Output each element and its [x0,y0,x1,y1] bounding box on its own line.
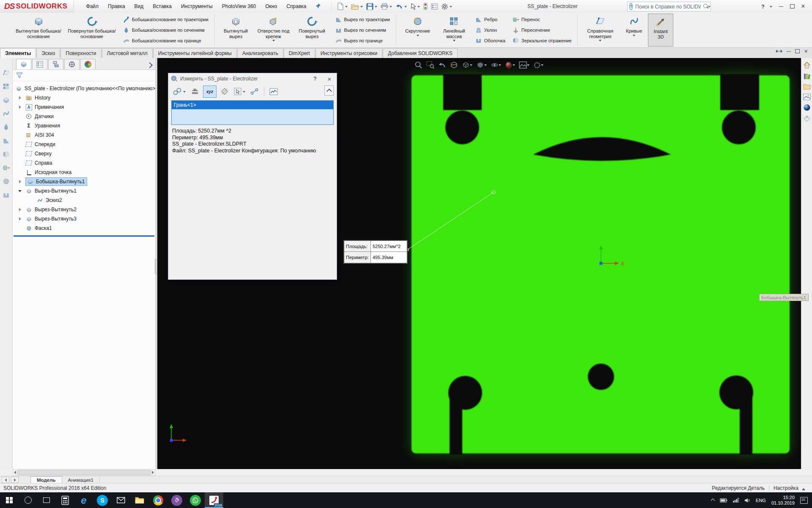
tab-dimxpert[interactable]: DimXpert [284,48,315,58]
left-tool-fillet-icon[interactable] [2,177,10,185]
save-dropdown-icon[interactable] [375,6,377,9]
skype-app-icon[interactable]: S [93,492,112,508]
left-tool-mirror-icon[interactable] [2,150,10,158]
cascade-windows-icon[interactable] [776,49,782,54]
volume-icon[interactable] [744,498,750,503]
new-document-button[interactable] [336,2,349,11]
search-taskbar-icon[interactable] [19,492,37,508]
doc-close-icon[interactable]: × [804,49,808,54]
tab-sketch[interactable]: Эскиз [36,48,60,58]
edit-appearance-button[interactable] [505,61,515,69]
chrome-app-icon[interactable] [149,492,167,508]
menu-window[interactable]: Окно [261,0,282,13]
selection-item[interactable]: Грань<1> [172,101,333,109]
tab-evaluate[interactable]: Анализировать [237,48,283,58]
panel-flyout-arrow-icon[interactable] [147,62,153,68]
hole-wizard-button[interactable]: Отверстие под крепеж [255,14,293,47]
extruded-cut-button[interactable]: Вытянутый вырез [217,14,255,47]
property-manager-tab[interactable] [32,59,47,69]
arc-circle-measure-button[interactable] [171,86,187,98]
scroll-left-icon[interactable] [14,471,16,474]
tree-item-cut-extrude2[interactable]: Вырез-Вытянуть2 [13,205,155,214]
tree-item-origin[interactable]: Исходная точка [13,168,155,177]
save-button[interactable] [365,2,379,11]
rib-button[interactable]: Ребро [473,14,507,25]
tab-scroll-left-button[interactable] [2,477,9,483]
curves-dropdown-icon[interactable] [633,35,635,38]
menu-photoview[interactable]: PhotoView 360 [217,0,261,13]
help-button[interactable]: ? [757,2,768,11]
hidden-icons-chevron-icon[interactable] [711,499,715,503]
left-tool-shell-icon[interactable] [2,191,10,199]
taskbar-clock[interactable]: 15:20 01.10.2019 [771,495,795,506]
expand-arrow-icon[interactable] [18,208,22,211]
print-button[interactable] [379,2,393,11]
select-button[interactable] [409,2,421,11]
design-library-icon[interactable] [803,72,811,80]
linear-pattern-dropdown-icon[interactable] [453,40,455,43]
scroll-right-icon[interactable] [152,471,154,474]
point-to-point-button[interactable] [248,86,261,98]
featuremanager-tree-tab[interactable] [16,59,31,69]
model-tab[interactable]: Модель [30,476,62,483]
dialog-collapse-button[interactable] [324,86,334,96]
file-explorer-taskbar-icon[interactable] [130,492,149,508]
tab-render-tools[interactable]: Инструменты отрисовки [315,48,383,58]
lofted-boss-button[interactable]: Бобышка/основание по сечениям [121,25,210,36]
doc-restore-icon[interactable] [795,49,800,53]
task-view-icon[interactable] [37,492,56,508]
view-settings-button[interactable] [533,61,543,69]
extruded-boss-button[interactable]: Вытянутая бобышка/основание [13,14,64,47]
reference-geometry-dropdown-icon[interactable] [599,40,601,43]
hole-wizard-dropdown-icon[interactable] [272,40,275,43]
help-dropdown-icon[interactable] [770,6,772,9]
hide-show-items-button[interactable] [491,61,501,69]
revolved-boss-button[interactable]: Повернутая бобышка/основание [64,14,119,47]
tree-item-sensors[interactable]: Датчики [13,112,155,121]
tree-item-cut-extrude1[interactable]: Вырез-Вытянуть1 [13,186,155,196]
select-dropdown-icon[interactable] [417,6,420,9]
pin-menu-icon[interactable] [315,3,321,10]
units-button[interactable]: inmm [188,86,202,98]
zoom-area-icon[interactable] [426,61,434,69]
settings-dropdown-icon[interactable] [450,6,452,9]
linear-pattern-button[interactable]: Линейный массив [437,14,472,47]
custom-properties-icon[interactable] [803,115,811,122]
menu-view[interactable]: Вид [130,0,148,13]
tree-item-material[interactable]: AISI 304 [13,130,155,140]
reference-geometry-button[interactable]: Справочная геометрия [580,14,620,47]
customize-status-button[interactable]: Настройка [774,485,798,491]
zoom-fit-icon[interactable] [414,61,422,69]
left-tool-move-icon[interactable] [2,164,10,172]
close-button[interactable]: × [798,2,809,11]
tab-mold-tools[interactable]: Инструменты литейной формы [153,48,237,58]
calculator-app-icon[interactable] [56,492,74,508]
shell-button[interactable]: Оболочка [473,35,507,46]
revolved-cut-button[interactable]: Повернутый вырез [293,14,332,47]
tab-scroll-right-button[interactable] [11,477,19,483]
start-button[interactable] [0,492,19,508]
search-icon[interactable] [703,4,705,9]
measure-selection-list[interactable]: Грань<1> [171,100,334,125]
boundary-cut-button[interactable]: Вырез по границе [333,35,392,46]
menu-help[interactable]: Справка [282,0,311,13]
scrollbar-thumb[interactable] [17,470,151,475]
restore-button[interactable] [787,2,798,11]
pointer-dropdown-icon[interactable] [243,91,245,94]
whatsapp-app-icon[interactable] [186,492,205,508]
swept-boss-button[interactable]: Бобышка/основание по траектории [121,14,210,25]
network-icon[interactable] [733,498,739,502]
tree-item-equations[interactable]: Σ Уравнения [13,121,155,130]
display-manager-tab[interactable] [80,59,96,69]
settings-button[interactable] [440,2,453,11]
tab-surfaces[interactable]: Поверхности [60,48,101,58]
tree-item-front-plane[interactable]: Спереди [13,140,155,149]
move-button[interactable]: Перенос [510,14,573,25]
print-dropdown-icon[interactable] [390,6,392,9]
display-style-button[interactable] [476,61,487,69]
tree-item-annotations[interactable]: A Примечания [13,102,155,112]
tree-item-cut-extrude3[interactable]: Вырез-Вытянуть3 [13,214,155,224]
tree-item-top-plane[interactable]: Сверху [13,149,155,158]
expand-arrow-icon[interactable] [18,180,22,183]
view-palette-icon[interactable] [803,94,811,100]
